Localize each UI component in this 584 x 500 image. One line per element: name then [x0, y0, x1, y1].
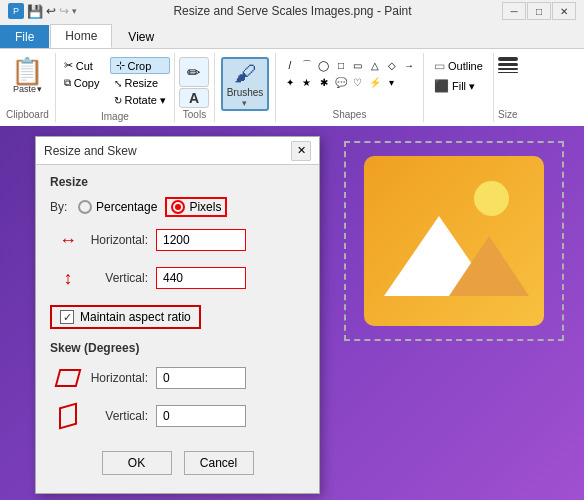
shape-diamond[interactable]: ◇ [384, 57, 400, 73]
clipboard-label: Clipboard [6, 109, 49, 120]
shape-star4[interactable]: ✦ [282, 74, 298, 90]
shape-star6[interactable]: ✱ [316, 74, 332, 90]
dialog-title: Resize and Skew [44, 144, 291, 158]
horizontal-label: Horizontal: [86, 233, 156, 247]
shape-callout[interactable]: 💬 [333, 74, 349, 90]
copy-icon: ⧉ [64, 77, 71, 89]
resize-button[interactable]: ⤡ Resize [110, 75, 170, 91]
close-btn[interactable]: ✕ [552, 2, 576, 20]
horizontal-resize-icon: ↔ [50, 225, 86, 255]
skew-horizontal-input[interactable] [156, 367, 246, 389]
outline-label: Outline [448, 60, 483, 72]
pixels-radio-selected[interactable]: Pixels [165, 197, 227, 217]
resize-section-title: Resize [50, 175, 305, 189]
scissors-icon: ✂ [64, 59, 73, 72]
skew-horizontal-row: Horizontal: [50, 363, 305, 393]
skew-horizontal-icon [50, 363, 86, 393]
shape-rect[interactable]: □ [333, 57, 349, 73]
paste-button[interactable]: 📋 Paste ▾ [6, 55, 48, 97]
copy-button[interactable]: ⧉ Copy [60, 75, 104, 91]
skew-vertical-icon [50, 401, 86, 431]
resize-label: Resize [125, 77, 159, 89]
copy-label: Copy [74, 77, 100, 89]
dialog-buttons: OK Cancel [50, 445, 305, 483]
title-bar: P 💾 ↩ ↪ ▾ Resize and Serve Scales Images… [0, 0, 584, 22]
horizontal-field-row: ↔ Horizontal: [50, 225, 305, 255]
pencil-button[interactable]: ✏ [179, 57, 209, 87]
text-button[interactable]: A [179, 88, 209, 108]
ok-button[interactable]: OK [102, 451, 172, 475]
brushes-icon: 🖌 [234, 61, 256, 87]
shape-rounded-rect[interactable]: ▭ [350, 57, 366, 73]
cut-button[interactable]: ✂ Cut [60, 57, 104, 74]
maintain-aspect-row: ✓ Maintain aspect ratio [50, 305, 201, 329]
redo-quick-icon[interactable]: ↪ [59, 4, 69, 18]
crop-icon: ⊹ [116, 59, 125, 72]
outline-button[interactable]: ▭ Outline [430, 57, 487, 75]
size-dots-3 [498, 68, 518, 70]
crop-label: Crop [128, 60, 152, 72]
fill-button[interactable]: ⬛ Fill ▾ [430, 77, 487, 95]
ribbon-tabs: File Home View [0, 22, 584, 48]
paste-icon: 📋 [11, 58, 43, 84]
vertical-field-row: ↕ Vertical: [50, 263, 305, 293]
fill-icon: ⬛ [434, 79, 449, 93]
resize-icon: ⤡ [114, 78, 122, 89]
vertical-resize-icon: ↕ [50, 263, 86, 293]
pixels-radio[interactable] [171, 200, 185, 214]
brushes-button[interactable]: 🖌 Brushes ▾ [221, 57, 269, 111]
rotate-button[interactable]: ↻ Rotate ▾ [110, 92, 170, 109]
quick-dropdown-icon[interactable]: ▾ [72, 6, 77, 16]
skew-vertical-input[interactable] [156, 405, 246, 427]
rotate-icon: ↻ [114, 95, 122, 106]
percentage-radio[interactable] [78, 200, 92, 214]
content-area: Resize and Skew ✕ Resize By: [0, 126, 584, 500]
tab-view[interactable]: View [113, 25, 169, 48]
paste-dropdown[interactable]: Paste ▾ [13, 84, 42, 94]
by-label: By: [50, 200, 70, 214]
by-row: By: Percentage Pixels [50, 197, 305, 217]
shape-arrow[interactable]: → [401, 57, 417, 73]
dialog-body: Resize By: Percentage [36, 165, 319, 493]
shape-heart[interactable]: ♡ [350, 74, 366, 90]
outline-icon: ▭ [434, 59, 445, 73]
vertical-input[interactable] [156, 267, 246, 289]
minimize-btn[interactable]: ─ [502, 2, 526, 20]
tab-file[interactable]: File [0, 25, 49, 48]
shapes-label: Shapes [282, 109, 417, 120]
size-dots-1 [498, 57, 518, 61]
size-button[interactable] [498, 57, 518, 73]
brushes-dropdown-icon[interactable]: ▾ [242, 98, 247, 108]
maximize-btn[interactable]: □ [527, 2, 551, 20]
shape-triangle[interactable]: △ [367, 57, 383, 73]
pixels-label: Pixels [189, 200, 221, 214]
tab-home[interactable]: Home [50, 24, 112, 48]
skew-section-title: Skew (Degrees) [50, 341, 305, 355]
shape-lightning[interactable]: ⚡ [367, 74, 383, 90]
dialog-close-button[interactable]: ✕ [291, 141, 311, 161]
crop-button[interactable]: ⊹ Crop [110, 57, 170, 74]
percentage-radio-label[interactable]: Percentage [78, 200, 157, 214]
undo-quick-icon[interactable]: ↩ [46, 4, 56, 18]
dialog-overlay: Resize and Skew ✕ Resize By: [0, 126, 584, 500]
cancel-button[interactable]: Cancel [184, 451, 254, 475]
shape-line[interactable]: / [282, 57, 298, 73]
vertical-label: Vertical: [86, 271, 156, 285]
ribbon: File Home View 📋 Paste ▾ Clipboard ✂ [0, 22, 584, 126]
size-label: Size [498, 109, 518, 120]
fill-label: Fill ▾ [452, 80, 475, 93]
horizontal-input[interactable] [156, 229, 246, 251]
size-dots-4 [498, 72, 518, 73]
resize-skew-dialog: Resize and Skew ✕ Resize By: [35, 136, 320, 494]
shape-star5[interactable]: ★ [299, 74, 315, 90]
rotate-label: Rotate ▾ [125, 94, 166, 107]
quick-save-icon[interactable]: 💾 [27, 4, 43, 19]
shape-curve[interactable]: ⌒ [299, 57, 315, 73]
cut-label: Cut [76, 60, 93, 72]
maintain-aspect-checkbox[interactable]: ✓ [60, 310, 74, 324]
skew-vertical-label: Vertical: [86, 409, 156, 423]
shape-more[interactable]: ▾ [384, 74, 400, 90]
ribbon-body: 📋 Paste ▾ Clipboard ✂ Cut ⧉ Copy [0, 48, 584, 126]
shape-oval[interactable]: ◯ [316, 57, 332, 73]
app-icon: P [8, 3, 24, 19]
